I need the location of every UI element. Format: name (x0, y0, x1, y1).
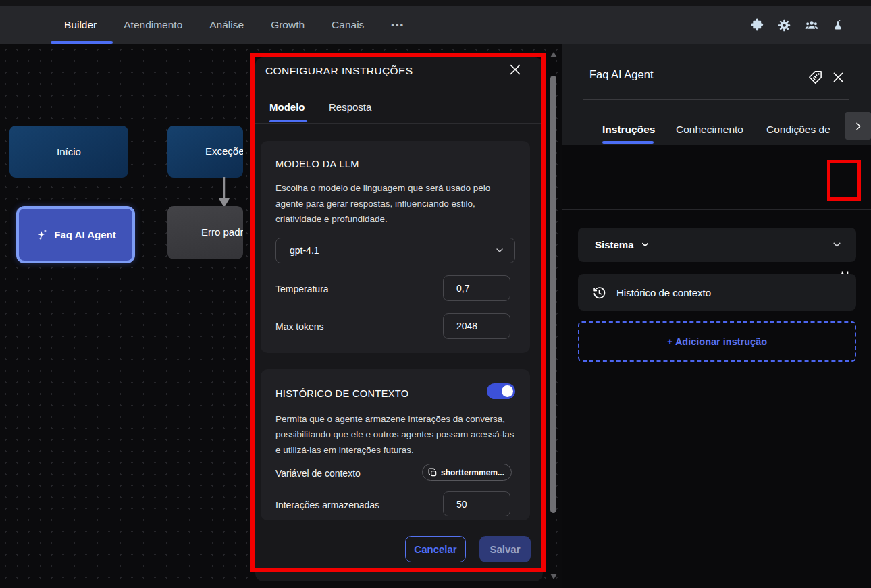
max-tokens-input[interactable] (443, 313, 510, 339)
history-clock-icon (591, 285, 607, 300)
stored-interactions-input[interactable] (443, 491, 510, 516)
panel-active-tab-underline (602, 141, 654, 144)
context-history-toggle[interactable] (487, 383, 515, 399)
agent-detail-panel: Faq AI Agent Instruções Conhecimento Con… (562, 44, 871, 588)
context-history-item[interactable]: Histórico de contexto (578, 274, 856, 311)
flow-node-erro-padrao[interactable]: Erro padrão (167, 206, 243, 259)
toggle-knob (502, 385, 513, 397)
temperature-label: Temperatura (275, 284, 329, 294)
nav-tab-atendimento[interactable]: Atendimento (124, 19, 182, 31)
scrollbar-down-arrow[interactable] (550, 574, 557, 579)
users-icon[interactable] (804, 18, 819, 32)
nav-tab-analise[interactable]: Análise (209, 19, 244, 31)
model-select-value: gpt-4.1 (290, 245, 494, 256)
panel-header: Faq AI Agent Instruções Conhecimento Con… (562, 44, 871, 145)
tag-icon[interactable] (808, 70, 823, 88)
nav-tab-builder[interactable]: Builder (64, 19, 97, 31)
flask-icon[interactable] (832, 18, 844, 32)
node-label: Início (57, 146, 81, 157)
temperature-input[interactable] (443, 275, 510, 301)
nav-tab-growth[interactable]: Growth (271, 19, 305, 31)
tabs-scroll-right-button[interactable] (845, 112, 871, 140)
save-button[interactable]: Salvar (479, 536, 531, 562)
panel-close-icon[interactable] (831, 70, 845, 87)
copy-icon (428, 468, 438, 477)
configure-instructions-modal: CONFIGURAR INSTRUÇÕES Modelo Resposta MO… (255, 57, 543, 581)
panel-title: Faq AI Agent (589, 68, 654, 81)
sparkle-icon (35, 228, 49, 242)
stored-interactions-label: Interações armazenadas (275, 500, 379, 510)
modal-tab-resposta[interactable]: Resposta (329, 101, 371, 113)
flow-node-faq-ai-agent[interactable]: Faq AI Agent (16, 206, 135, 263)
gear-icon[interactable] (777, 18, 791, 32)
context-variable-chip[interactable]: shorttermmem... (422, 464, 512, 481)
context-history-description: Permita que o agente armazene interações… (275, 411, 517, 458)
system-instruction-item[interactable]: Sistema (578, 228, 856, 262)
app-root: Builder Atendimento Análise Growth Canai… (0, 0, 871, 588)
panel-header-divider (583, 99, 849, 100)
model-select[interactable]: gpt-4.1 (275, 238, 515, 263)
expand-chevron-down-icon[interactable] (831, 239, 843, 250)
system-label: Sistema (595, 239, 634, 250)
context-variable-value: shorttermmem... (441, 468, 504, 477)
max-tokens-label: Max tokens (275, 321, 324, 332)
panel-section-divider (562, 209, 871, 210)
chevron-down-icon (494, 245, 505, 256)
modal-close-icon[interactable] (508, 62, 523, 77)
context-history-section-title: HISTÓRICO DE CONTEXTO (275, 388, 408, 399)
chevron-down-icon (640, 240, 650, 250)
scrollbar-up-arrow[interactable] (550, 52, 557, 57)
flow-node-excecoes[interactable]: Exceções (167, 126, 243, 178)
panel-tab-conhecimento[interactable]: Conhecimento (676, 124, 743, 136)
modal-tabs-divider (255, 123, 543, 124)
connector-arrow (217, 177, 232, 208)
node-label: Exceções (205, 145, 243, 157)
context-history-card: HISTÓRICO DE CONTEXTO Permita que o agen… (261, 369, 530, 520)
model-summary-row: Modelo: gpt-4.1 (562, 145, 871, 209)
nav-more-menu[interactable]: ••• (391, 20, 404, 30)
scrollbar-thumb[interactable] (550, 76, 556, 513)
llm-model-description: Escolha o modelo de linguagem que será u… (275, 180, 517, 227)
window-top-strip (0, 0, 871, 6)
nav-tabs: Builder Atendimento Análise Growth Canai… (64, 6, 404, 44)
topbar-action-icons (750, 6, 844, 44)
panel-tab-condicoes[interactable]: Condições de (766, 124, 830, 136)
top-navigation-bar: Builder Atendimento Análise Growth Canai… (0, 6, 871, 44)
node-label: Erro padrão (201, 226, 243, 238)
llm-model-section-title: MODELO DA LLM (275, 159, 359, 169)
puzzle-icon[interactable] (750, 18, 764, 32)
add-instruction-button[interactable]: + Adicionar instrução (578, 321, 856, 362)
flow-node-inicio[interactable]: Início (9, 126, 128, 178)
modal-tab-modelo[interactable]: Modelo (269, 101, 305, 113)
context-variable-label: Variável de contexto (275, 468, 361, 479)
context-history-item-label: Histórico de contexto (616, 287, 711, 298)
modal-title: CONFIGURAR INSTRUÇÕES (265, 65, 413, 77)
cancel-button[interactable]: Cancelar (405, 536, 466, 562)
panel-tab-instrucoes[interactable]: Instruções (602, 124, 655, 136)
chevron-right-icon (853, 121, 864, 132)
llm-model-card: MODELO DA LLM Escolha o modelo de lingua… (261, 141, 530, 353)
nav-tab-canais[interactable]: Canais (332, 19, 364, 31)
modal-active-tab-underline (269, 120, 307, 122)
node-label: Faq AI Agent (54, 229, 115, 240)
